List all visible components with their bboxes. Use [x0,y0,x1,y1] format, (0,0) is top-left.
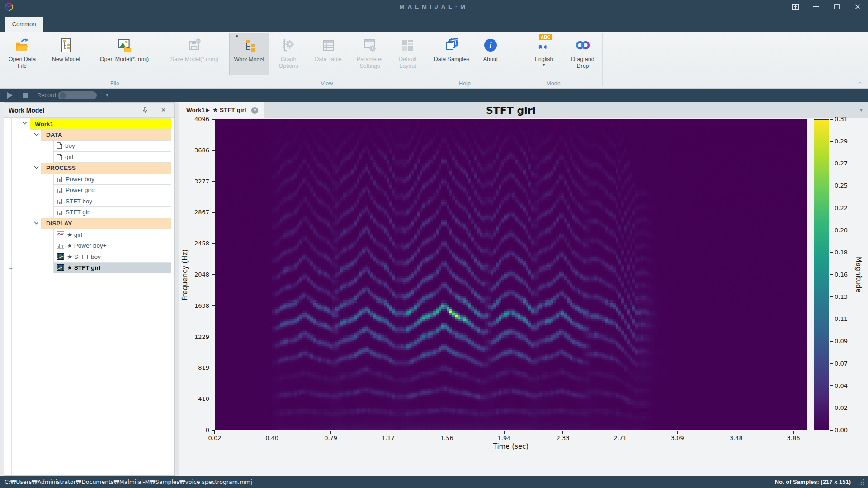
resize-grip[interactable] [858,479,864,485]
ribbon: Open Data File New Model [0,32,868,89]
tree-item-display[interactable]: DISPLAY [41,218,171,230]
expander-icon[interactable] [34,221,39,225]
work-model-button[interactable]: ▾ Work Model [229,33,269,75]
histogram-icon [57,243,64,249]
ribbon-group-name: Help [425,80,504,87]
y-axis-label: Frequency (Hz) [181,119,191,430]
parameter-settings-icon [362,35,377,55]
tree-item-display-stft-boy[interactable]: ★ STFT boy [53,251,171,263]
pin-icon[interactable] [142,107,149,114]
tree-row: girl [4,152,174,163]
parameter-settings-button[interactable]: Parameter Settings [349,33,391,75]
tree-item-girl[interactable]: girl [53,152,171,163]
tree-item-work1[interactable]: Work1 [30,118,171,130]
stop-button[interactable] [23,93,28,98]
status-samples-count: No. of Samples: (217 x 151) [775,476,851,488]
tab-common[interactable]: Common [5,17,43,32]
dropdown-caret-icon: ▾ [236,34,238,38]
graph-options-icon [281,35,296,55]
colorbar-tick-mark [830,164,833,164]
window-titlebar: MALMIJAL-M [0,0,868,14]
tree-item-label: STFT boy [66,198,92,205]
expander-icon[interactable] [22,122,27,125]
tree-item-stft-girl[interactable]: STFT girl [53,207,171,218]
x-axis-label: Time (sec) [215,442,807,450]
tree-item-power-boy[interactable]: Power boy [53,174,171,185]
expander-icon[interactable] [34,166,39,169]
colorbar-tick-label: 0.18 [835,249,848,256]
panel-splitter[interactable] [175,102,179,476]
tree-row: PROCESS [4,163,174,174]
tree-item-label: ★ Power boy+ [67,242,107,249]
tree-row: Power boy [4,174,174,185]
tree-item-data[interactable]: DATA [41,130,171,141]
minimize-button[interactable] [806,0,826,14]
expander-icon[interactable] [34,133,39,136]
colorbar-tick-label: 0.04 [835,382,848,389]
save-model-button[interactable]: Save Model(*.mmj) [160,33,229,75]
new-model-icon [58,35,74,55]
colorbar-tick-label: 0.07 [835,360,848,367]
data-samples-button[interactable]: Data Samples [425,33,478,75]
graph-options-button[interactable]: Graph Options [269,33,308,75]
x-tick-mark [214,431,215,434]
tree-item-boy[interactable]: boy [53,141,171,152]
tree-item-display-stft-girl[interactable]: ★ STFT girl [53,263,171,274]
x-tick-label: 2.71 [607,435,634,441]
open-data-file-button[interactable]: Open Data File [1,33,43,75]
ribbon-group-mode: ABC English ▾ Drag and Drop Mode [505,32,602,88]
panel-close-icon[interactable]: ✕ [161,103,166,118]
ribbon-button-label: Parameter Settings [349,56,391,70]
colorbar-tick-label: 0.25 [835,182,848,189]
tree-row: STFT boy [4,196,174,207]
y-tick-mark [212,181,215,182]
colorbar-tick-label: 0.22 [835,205,848,212]
play-button[interactable] [7,92,13,99]
bar-chart-icon [57,198,63,204]
x-tick-label: 1.94 [491,435,518,441]
tree-item-process[interactable]: PROCESS [41,163,171,174]
x-tick-mark [447,431,448,434]
chart-title: STFT girl [215,105,807,116]
x-tick-label: 0.40 [259,435,286,441]
record-toggle[interactable] [58,91,97,99]
save-model-icon [186,35,203,55]
window-controls [785,0,868,14]
spectrogram-plot[interactable] [215,119,807,430]
colorbar-tick-mark [830,141,833,142]
fullscreen-button[interactable] [785,0,806,14]
ribbon-collapse-icon[interactable]: ︿ [858,79,863,85]
open-model-button[interactable]: Open Model(*.mmj) [89,33,160,75]
x-tick-mark [504,431,505,434]
colorbar-tick-label: 0.20 [835,227,848,234]
x-tick-mark [677,431,678,434]
default-layout-button[interactable]: Default Layout [391,33,425,75]
about-button[interactable]: i About [478,33,503,75]
record-dropdown-caret-icon[interactable]: ▼ [105,89,109,102]
y-tick-mark [212,243,215,244]
tree-row: ★ Power boy+ [4,240,174,252]
tree-item-power-gird[interactable]: Power gird [53,185,171,196]
work-model-icon [241,36,257,56]
window-title: MALMIJAL-M [0,0,868,14]
tree-item-label: Work1 [35,121,53,127]
tab-list-caret-icon[interactable]: ▼ [859,102,863,118]
tree-item-label: boy [65,142,75,149]
close-button[interactable] [847,0,868,14]
y-tick-mark [212,337,215,338]
data-table-button[interactable]: Data Table [308,33,349,75]
tree-item-display-power-boy[interactable]: ★ Power boy+ [53,240,171,252]
new-model-button[interactable]: New Model [43,33,89,75]
tree-item-display-girl[interactable]: ★ girl [53,229,171,240]
maximize-button[interactable] [826,0,847,14]
work-model-tree: Work1 DATA boy girl [4,118,174,475]
colorbar-tick-label: 0.00 [835,427,848,434]
english-button[interactable]: ABC English ▾ [524,33,564,75]
drag-and-drop-button[interactable]: Drag and Drop [564,33,602,75]
tree-item-stft-boy[interactable]: STFT boy [53,196,171,207]
dropdown-caret-icon: ▾ [543,62,545,67]
x-tick-label: 0.79 [317,435,344,441]
ribbon-separator [602,33,603,86]
colorbar-tick-label: 0.02 [835,404,848,412]
record-label: Record [37,89,56,102]
